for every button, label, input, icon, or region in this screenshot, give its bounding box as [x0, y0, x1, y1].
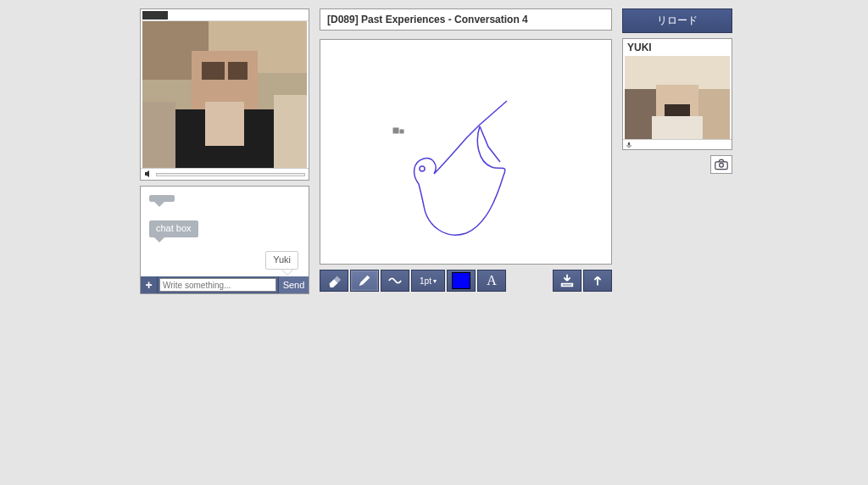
video-panel-header[interactable]: [141, 9, 309, 21]
local-video-panel: [140, 8, 309, 181]
svg-rect-0: [393, 128, 398, 133]
chat-panel: chat box Yuki + Send: [140, 186, 309, 294]
center-column: [D089] Past Experiences - Conversation 4: [320, 8, 612, 292]
whiteboard-toolbar: 1pt▾ A: [320, 270, 612, 292]
svg-rect-3: [628, 142, 630, 145]
svg-point-2: [420, 166, 425, 171]
wave-line-button[interactable]: [381, 270, 409, 292]
volume-icon: [144, 169, 153, 181]
drag-handle-icon: [142, 11, 168, 20]
color-picker-button[interactable]: [447, 270, 476, 292]
text-tool-button[interactable]: A: [477, 270, 506, 292]
chat-input-row: + Send: [141, 276, 309, 293]
peer-video-feed: [625, 56, 730, 139]
volume-slider[interactable]: [156, 173, 305, 176]
right-column: リロード YUKI: [622, 8, 732, 174]
color-swatch: [452, 272, 470, 289]
stroke-width-label: 1pt: [420, 276, 431, 286]
reload-button[interactable]: リロード: [622, 8, 732, 33]
svg-rect-1: [400, 130, 403, 133]
svg-point-5: [720, 163, 724, 167]
chat-send-button[interactable]: Send: [278, 276, 309, 293]
local-video-feed: [142, 21, 307, 168]
volume-bar[interactable]: [141, 168, 309, 180]
peer-name-label: YUKI: [623, 39, 732, 56]
eraser-button[interactable]: [320, 270, 348, 292]
whiteboard-canvas[interactable]: [320, 39, 612, 265]
left-column: chat box Yuki + Send: [140, 8, 309, 294]
peer-mic-bar: [623, 139, 732, 149]
chat-input[interactable]: [159, 278, 276, 292]
download-button[interactable]: [553, 270, 581, 292]
chat-add-button[interactable]: +: [141, 276, 158, 293]
peer-video-panel: YUKI: [622, 38, 732, 150]
stroke-width-button[interactable]: 1pt▾: [411, 270, 445, 292]
upload-button[interactable]: [583, 270, 612, 292]
app-container: chat box Yuki + Send [D089] Past Experie…: [0, 0, 868, 294]
snapshot-button[interactable]: [710, 155, 732, 174]
chevron-down-icon: ▾: [433, 277, 437, 285]
lesson-title: [D089] Past Experiences - Conversation 4: [320, 8, 612, 31]
chat-bubble-label: chat box: [149, 220, 198, 237]
chat-messages: chat box Yuki: [141, 187, 309, 278]
chat-bubble-empty: [149, 195, 175, 202]
pencil-button[interactable]: [350, 270, 379, 292]
microphone-icon: [626, 139, 632, 151]
chat-bubble-peer: Yuki: [265, 251, 298, 270]
